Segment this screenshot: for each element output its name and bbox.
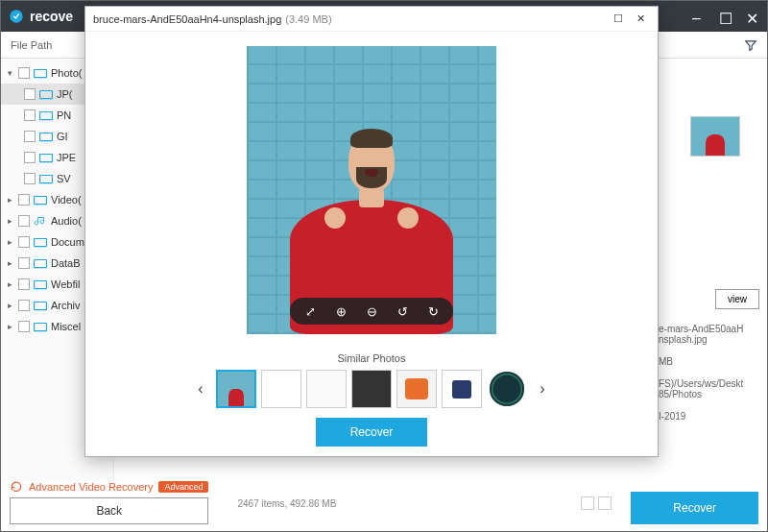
- svg-rect-11: [35, 302, 47, 310]
- list-view-icon[interactable]: [598, 496, 612, 510]
- rotate-cw-icon[interactable]: ↻: [424, 302, 442, 320]
- advanced-video-recovery[interactable]: Advanced Video Recovery Advanced: [10, 480, 208, 494]
- svg-rect-7: [35, 197, 47, 205]
- modal-header: bruce-mars-AndE50aaHn4-unsplash.jpg (3.4…: [85, 7, 658, 32]
- modal-close-button[interactable]: ✕: [636, 12, 650, 26]
- filter-icon[interactable]: [744, 38, 757, 52]
- carousel-item[interactable]: [351, 370, 392, 408]
- logo-icon: [9, 9, 24, 24]
- rotate-ccw-icon[interactable]: ↺: [394, 302, 411, 320]
- svg-rect-9: [35, 260, 47, 268]
- modal-filesize: (3.49 MB): [285, 13, 331, 25]
- zoom-out-icon[interactable]: ⊖: [363, 302, 380, 320]
- filepath-label: File Path: [11, 39, 52, 51]
- folder-icon: [39, 88, 53, 100]
- preview-button[interactable]: view: [715, 289, 759, 309]
- carousel-prev-icon[interactable]: ‹: [191, 379, 210, 399]
- view-mode-icons: [581, 496, 612, 510]
- preview-image[interactable]: ⤢ ⊕ ⊖ ↺ ↻: [247, 46, 496, 334]
- image-controls: ⤢ ⊕ ⊖ ↺ ↻: [290, 298, 453, 325]
- file-size: MB: [659, 356, 759, 367]
- folder-icon: [34, 321, 47, 332]
- window-controls: – ☐ ✕: [692, 10, 759, 23]
- similar-photos-label: Similar Photos: [85, 349, 658, 368]
- folder-icon: [39, 152, 53, 163]
- app-name: recove: [30, 9, 73, 24]
- file-name: e-mars-AndE50aaHnsplash.jpg: [659, 324, 759, 345]
- carousel-item[interactable]: [487, 370, 527, 408]
- folder-icon: [39, 131, 53, 142]
- svg-rect-8: [35, 239, 47, 247]
- app-logo: recove: [9, 9, 73, 24]
- folder-icon: [34, 257, 47, 269]
- svg-rect-5: [40, 155, 53, 162]
- folder-icon: [39, 109, 53, 121]
- folder-icon: [39, 173, 53, 184]
- folder-icon: [34, 278, 47, 290]
- maximize-button[interactable]: ☐: [719, 10, 732, 23]
- footer: Advanced Video Recovery Advanced Back 24…: [0, 482, 768, 532]
- folder-icon: [34, 194, 47, 206]
- svg-rect-4: [40, 133, 53, 141]
- music-icon: [34, 215, 47, 227]
- modal-image-area: ⤢ ⊕ ⊖ ↺ ↻: [85, 32, 658, 349]
- carousel-item[interactable]: [261, 370, 301, 408]
- folder-icon: [34, 236, 47, 248]
- back-button[interactable]: Back: [10, 497, 208, 524]
- svg-rect-2: [40, 91, 53, 99]
- svg-rect-1: [35, 70, 47, 78]
- folder-icon: [34, 67, 47, 79]
- carousel-next-icon[interactable]: ›: [533, 379, 552, 399]
- svg-rect-12: [35, 324, 47, 331]
- folder-icon: [34, 300, 47, 311]
- close-button[interactable]: ✕: [746, 10, 759, 23]
- carousel-item[interactable]: [442, 370, 482, 408]
- minimize-button[interactable]: –: [692, 10, 706, 23]
- zoom-in-icon[interactable]: ⊕: [332, 302, 349, 320]
- fit-screen-icon[interactable]: ⤢: [301, 302, 319, 320]
- carousel-item[interactable]: [216, 370, 256, 408]
- recover-button[interactable]: Recover: [631, 492, 758, 524]
- svg-rect-10: [35, 281, 47, 289]
- preview-modal: bruce-mars-AndE50aaHn4-unsplash.jpg (3.4…: [84, 6, 659, 457]
- file-thumbnail[interactable]: [690, 116, 740, 157]
- carousel-item[interactable]: [396, 370, 437, 408]
- carousel-item[interactable]: [306, 370, 347, 408]
- modal-maximize-button[interactable]: ☐: [613, 12, 627, 26]
- refresh-icon: [10, 480, 23, 494]
- file-info: e-mars-AndE50aaHnsplash.jpg MB FS)/Users…: [659, 324, 759, 433]
- svg-rect-6: [40, 176, 53, 183]
- file-path: FS)/Users/ws/Deskt85/Photos: [659, 378, 759, 399]
- items-count: 2467 items, 492.86 MB: [237, 498, 336, 509]
- modal-recover-button[interactable]: Recover: [316, 418, 428, 447]
- modal-filename: bruce-mars-AndE50aaHn4-unsplash.jpg: [93, 13, 281, 25]
- grid-view-icon[interactable]: [581, 496, 594, 510]
- similar-carousel: ‹ ›: [85, 368, 658, 414]
- advanced-badge: Advanced: [158, 481, 208, 493]
- svg-rect-3: [40, 112, 53, 120]
- file-date: I-2019: [659, 411, 759, 422]
